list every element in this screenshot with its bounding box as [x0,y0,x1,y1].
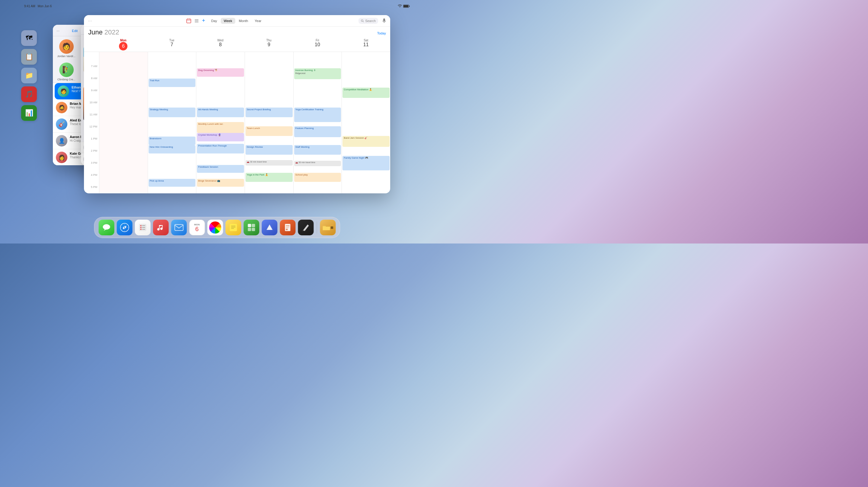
maps-app-icon[interactable]: 🗺 [21,30,37,46]
calendar-add-button[interactable]: + [202,18,205,24]
dock-vectornator[interactable] [298,220,313,235]
calendar-more-button[interactable]: ··· [88,19,92,23]
calendar-day-header-mon: Mon 6 [99,37,148,52]
event-design-review[interactable]: Design Review [246,145,293,155]
svg-point-10 [103,224,110,230]
music-sidebar-icon[interactable]: 🎵 [21,86,37,102]
calendar-header: ··· + Day Week Month Year Search [84,15,390,27]
messages-edit-button[interactable]: Edit [72,29,78,33]
today-highlight [99,52,148,193]
avatar-aaron: 👤 [56,135,67,147]
dock-photos[interactable] [207,220,223,235]
calendar-tab-week[interactable]: Week [221,18,235,24]
calendar-tab-year[interactable]: Year [252,18,264,24]
event-pick-up-anna[interactable]: Pick up Anna [149,179,196,187]
avatar-aled: 🎸 [56,118,67,130]
time-slot-12pm: 12 PM [84,124,99,136]
svg-point-22 [140,229,141,230]
dock-safari[interactable] [117,220,132,235]
svg-point-20 [140,227,141,228]
day-label-mon: Mon [120,39,127,42]
event-feature-planning[interactable]: Feature Planning [294,126,341,137]
dock-mail[interactable] [171,220,187,235]
event-secret-project[interactable]: Secret Project Briefing [246,108,293,117]
time-slot-11am: 11 AM [84,112,99,124]
music-dock-icon [156,223,165,232]
avatar-kate: 👩 [56,152,67,163]
time-slot-1pm: 1 PM [84,136,99,149]
svg-rect-5 [189,19,190,19]
svg-rect-3 [187,19,191,23]
wifi-icon [398,4,402,7]
event-new-hire[interactable]: New Hire Onboarding [149,145,196,153]
dock-keynote[interactable] [261,220,277,235]
pinned-avatar-climbing: 🧗 [59,63,74,77]
event-all-hands[interactable]: All-Hands Meeting [197,108,244,117]
time-slot-2pm: 2 PM [84,149,99,161]
dock-reminders[interactable] [135,220,150,235]
messages-dock-icon [102,223,111,232]
event-brainstorm[interactable]: Brainstorm [149,136,196,145]
time-column: 7 AM 8 AM 9 AM 10 AM 11 AM 12 PM 1 PM 2 … [84,52,99,193]
time-slot-6am [84,52,99,64]
svg-marker-33 [267,224,272,230]
dock-music[interactable] [153,220,168,235]
files-app-icon[interactable]: 📁 [21,68,37,83]
event-binge-severance[interactable]: Binge Severance 📺 [197,179,244,187]
dock-numbers[interactable] [243,220,259,235]
calendar-search[interactable]: Search [359,18,378,24]
pinned-contact-jordan[interactable]: 🧑 Jordan Vandr... [56,39,77,58]
calendar-tab-month[interactable]: Month [236,18,251,24]
event-monthly-lunch[interactable]: Monthly Lunch with Ian [197,122,244,133]
event-presentation-run[interactable]: Presentation Run-Through [197,144,244,153]
notes-sidebar-icon[interactable]: 📋 [21,49,37,65]
calendar-icon [186,19,191,23]
day-num-sat: 11 [343,42,389,48]
day-num-tue: 7 [150,42,194,48]
dock-folder[interactable]: ⊞ [320,220,336,235]
messages-more-button[interactable]: ··· [57,29,60,33]
day-label-thu: Thu [267,39,272,42]
calendar-col-wed: Dog Grooming 🐕 All-Hands Meeting Monthly… [196,52,245,193]
event-trail-run[interactable]: Trail Run [149,79,196,87]
time-column-header [84,37,99,52]
time-slot-7am: 7 AM [84,64,99,76]
pinned-contact-climbing[interactable]: 🧗 Climbing Cre... [56,63,77,81]
dock-calendar-day-num: 6 [195,226,198,232]
event-strategy-meeting[interactable]: Strategy Meeting [149,108,196,117]
svg-rect-34 [285,224,290,231]
dock-messages[interactable] [98,220,114,235]
status-bar: 9:41 AM Mon Jun 6 [24,3,410,9]
event-yoga-park[interactable]: Yoga in the Park 🧘 [246,173,293,182]
numbers-sidebar-icon[interactable]: 📊 [21,105,37,121]
calendar-month: June [88,28,103,36]
calendar-tab-day[interactable]: Day [208,18,220,24]
calendar-day-header-thu: Thu 9 [245,37,293,52]
today-button[interactable]: Today [377,31,386,35]
event-band-jam[interactable]: Band Jam Session 🎸 [342,136,390,147]
svg-rect-38 [286,229,287,230]
dock-pages[interactable] [280,220,296,235]
dock-notes[interactable] [225,220,241,235]
event-family-game-night[interactable]: Family Game Night 🎮 [342,156,390,171]
event-incense-burning[interactable]: Incense Burning 🕯Ridgecrest [294,68,341,79]
event-school-play[interactable]: School play [294,173,341,182]
day-num-fri: 10 [295,42,340,48]
day-num-mon: 6 [119,42,127,51]
event-dog-grooming[interactable]: Dog Grooming 🐕 [197,68,244,77]
mail-dock-icon [174,224,183,231]
event-staff-meeting[interactable]: Staff Meeting [294,145,341,155]
microphone-icon[interactable] [382,19,386,23]
numbers-dock-icon [247,223,255,232]
event-yoga-certification[interactable]: Yoga Certification Training [294,108,341,122]
folder-dock-icon [322,224,331,231]
event-competitive-meditation[interactable]: Competitive Meditation 🧘 [342,88,390,98]
list-icon [194,19,199,23]
dock-calendar[interactable]: MON 6 [189,220,205,235]
event-team-lunch[interactable]: Team Lunch [246,126,293,136]
svg-rect-24 [175,224,183,231]
calendar-col-sat: Competitive Meditation 🧘 Band Jam Sessio… [342,52,390,193]
event-crystal-workshop[interactable]: Crystal Workshop 🔮 [197,133,244,142]
time-slot-8am: 8 AM [84,76,99,88]
event-feedback-session[interactable]: Feedback Session [197,165,244,173]
